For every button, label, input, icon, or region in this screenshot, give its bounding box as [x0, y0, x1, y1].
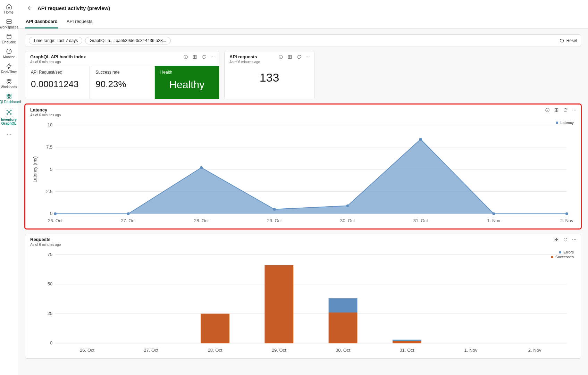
svg-text:0: 0 — [50, 341, 52, 346]
svg-rect-24 — [290, 55, 292, 57]
svg-rect-71 — [201, 314, 229, 343]
info-icon[interactable] — [183, 55, 188, 59]
sidebar-more[interactable]: ⋯ — [6, 127, 12, 141]
svg-text:2. Nov: 2. Nov — [528, 348, 541, 353]
page-title: API request activity (preview) — [37, 5, 110, 11]
latency-chart: 02.557.510Latency (ms)26. Oct27. Oct28. … — [30, 120, 576, 225]
realtime-icon — [6, 63, 12, 69]
svg-text:25: 25 — [48, 311, 53, 316]
latency-title: Latency — [30, 107, 61, 112]
sidebar-item-workspaces[interactable]: Workspaces — [0, 16, 18, 31]
svg-point-47 — [346, 205, 349, 207]
reset-label: Reset — [566, 38, 577, 43]
svg-rect-62 — [557, 240, 558, 241]
workloads-icon — [6, 78, 12, 84]
grid-icon[interactable] — [287, 55, 292, 59]
more-icon[interactable]: ⋯ — [572, 237, 577, 242]
svg-point-45 — [200, 166, 203, 169]
sidebar-item-monitor[interactable]: Monitor — [0, 46, 18, 61]
more-icon[interactable]: ⋯ — [572, 107, 577, 112]
more-icon[interactable]: ⋯ — [210, 54, 215, 59]
sidebar-item-real-time[interactable]: Real-Time — [0, 61, 18, 76]
successes-legend: Successes — [555, 255, 574, 259]
svg-text:75: 75 — [48, 252, 53, 257]
svg-point-49 — [492, 212, 495, 215]
svg-rect-18 — [193, 55, 194, 57]
svg-text:27. Oct: 27. Oct — [121, 218, 136, 223]
latency-legend: Latency — [560, 120, 574, 125]
svg-point-46 — [273, 208, 276, 211]
tab-api-requests[interactable]: API requests — [66, 16, 93, 28]
gql-icon — [6, 93, 12, 99]
svg-text:26. Oct: 26. Oct — [48, 218, 63, 223]
svg-text:30. Oct: 30. Oct — [340, 218, 355, 223]
svg-text:27. Oct: 27. Oct — [144, 348, 159, 353]
more-icon[interactable]: ⋯ — [305, 54, 310, 59]
metric-rps: API Request/sec 0.00011243 — [25, 66, 90, 99]
svg-rect-9 — [9, 94, 11, 96]
svg-rect-19 — [195, 55, 196, 57]
svg-rect-0 — [7, 20, 11, 22]
sidebar-item-inventory-graphql[interactable]: Inventory GraphQL — [0, 106, 18, 127]
svg-rect-23 — [288, 55, 289, 57]
metric-success-label: Success rate — [95, 70, 149, 75]
metric-health: Health Healthy — [155, 66, 219, 99]
sidebar-item-onelake[interactable]: OneLake — [0, 31, 18, 46]
svg-point-7 — [9, 82, 11, 84]
metric-health-value: Healthy — [160, 79, 213, 91]
svg-rect-8 — [7, 94, 9, 96]
svg-text:1. Nov: 1. Nov — [487, 218, 500, 223]
grid-icon[interactable] — [554, 108, 559, 112]
metric-rps-label: API Request/sec — [31, 70, 84, 75]
onelake-icon — [6, 33, 12, 40]
svg-rect-21 — [195, 57, 196, 58]
tab-api-dashboard[interactable]: API dashboard — [25, 16, 58, 28]
svg-text:29. Oct: 29. Oct — [267, 218, 282, 223]
refresh-icon[interactable] — [563, 108, 568, 112]
svg-point-44 — [127, 212, 130, 215]
info-icon[interactable] — [545, 108, 550, 112]
svg-text:31. Oct: 31. Oct — [413, 218, 428, 223]
info-icon[interactable] — [278, 55, 283, 59]
svg-text:28. Oct: 28. Oct — [208, 348, 223, 353]
sidebar-item-workloads[interactable]: Workloads — [0, 76, 18, 91]
svg-point-50 — [565, 212, 568, 215]
refresh-icon[interactable] — [201, 55, 206, 59]
back-button[interactable] — [25, 3, 34, 12]
time-range-filter[interactable]: Time range: Last 7 days — [29, 37, 82, 44]
grid-icon[interactable] — [192, 55, 197, 59]
svg-rect-11 — [9, 97, 11, 99]
sidebar-item-gqldashboard[interactable]: GQLDashboard — [0, 91, 18, 106]
health-index-card: GraphQL API health index As of 6 minutes… — [25, 51, 219, 99]
svg-point-16 — [10, 114, 11, 115]
svg-rect-74 — [329, 298, 358, 312]
reset-icon — [560, 38, 564, 43]
svg-rect-26 — [290, 57, 292, 58]
sidebar-item-label: Inventory GraphQL — [0, 118, 18, 125]
sidebar-item-home[interactable]: Home — [0, 1, 18, 16]
api-requests-value: 133 — [225, 66, 314, 93]
svg-rect-25 — [288, 57, 289, 58]
svg-rect-60 — [557, 238, 558, 239]
latency-card: Latency As of 6 minutes ago ⋯ Latency 02… — [25, 104, 581, 229]
reset-button[interactable]: Reset — [560, 38, 577, 43]
svg-text:29. Oct: 29. Oct — [272, 348, 287, 353]
monitor-icon — [6, 48, 12, 55]
metric-success: Success rate 90.23% — [90, 66, 154, 99]
sidebar: Home Workspaces OneLake Monitor Real-Tim… — [0, 0, 18, 375]
grid-icon[interactable] — [554, 237, 559, 242]
tabs: API dashboard API requests — [25, 16, 581, 28]
svg-text:28. Oct: 28. Oct — [194, 218, 209, 223]
refresh-icon[interactable] — [296, 55, 301, 59]
svg-point-4 — [7, 79, 9, 81]
graphql-filter[interactable]: GraphQL a...: aae539de-0c3f-4436-a28... — [85, 37, 170, 44]
requests-card: Requests As of 6 minutes ago ⋯ Errors Su… — [25, 234, 581, 358]
svg-rect-72 — [264, 265, 293, 343]
svg-rect-73 — [329, 312, 358, 343]
svg-text:2. Nov: 2. Nov — [560, 218, 573, 223]
refresh-icon[interactable] — [563, 237, 568, 242]
health-card-sub: As of 6 minutes ago — [30, 60, 86, 64]
sidebar-item-label: Home — [4, 10, 14, 14]
svg-point-6 — [7, 82, 9, 84]
api-requests-title: API requests — [229, 54, 260, 59]
